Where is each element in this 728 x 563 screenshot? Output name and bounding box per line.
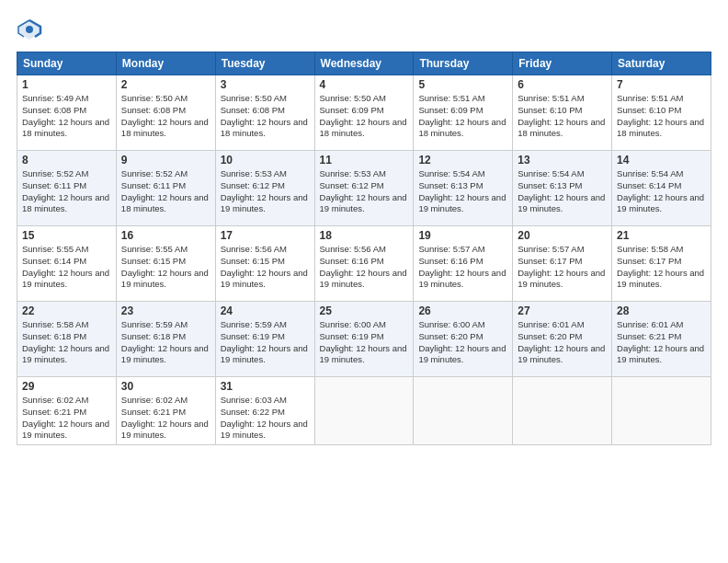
day-info: Sunrise: 5:59 AM Sunset: 6:19 PM Dayligh… xyxy=(221,319,310,366)
day-number: 13 xyxy=(518,154,607,167)
day-number: 11 xyxy=(320,154,409,167)
day-number: 15 xyxy=(22,229,111,242)
calendar-cell: 31 Sunrise: 6:03 AM Sunset: 6:22 PM Dayl… xyxy=(215,377,314,445)
calendar-table: SundayMondayTuesdayWednesdayThursdayFrid… xyxy=(17,52,711,445)
page: SundayMondayTuesdayWednesdayThursdayFrid… xyxy=(0,0,728,563)
day-number: 29 xyxy=(22,380,111,393)
day-number: 2 xyxy=(121,78,210,91)
day-info: Sunrise: 5:51 AM Sunset: 6:09 PM Dayligh… xyxy=(418,93,507,140)
calendar-cell: 29 Sunrise: 6:02 AM Sunset: 6:21 PM Dayl… xyxy=(17,377,117,445)
calendar-week-row: 15 Sunrise: 5:55 AM Sunset: 6:14 PM Dayl… xyxy=(17,226,711,302)
day-info: Sunrise: 5:53 AM Sunset: 6:12 PM Dayligh… xyxy=(221,168,310,215)
day-number: 8 xyxy=(22,154,111,167)
day-number: 16 xyxy=(121,229,210,242)
day-info: Sunrise: 5:56 AM Sunset: 6:15 PM Dayligh… xyxy=(221,244,310,291)
day-info: Sunrise: 5:52 AM Sunset: 6:11 PM Dayligh… xyxy=(22,168,111,215)
weekday-header-tuesday: Tuesday xyxy=(215,52,314,75)
calendar-cell xyxy=(513,377,612,445)
day-number: 27 xyxy=(518,304,607,317)
day-number: 20 xyxy=(518,229,607,242)
weekday-header-monday: Monday xyxy=(116,52,215,75)
day-number: 14 xyxy=(617,154,706,167)
day-info: Sunrise: 6:02 AM Sunset: 6:21 PM Dayligh… xyxy=(121,395,210,442)
day-info: Sunrise: 6:00 AM Sunset: 6:19 PM Dayligh… xyxy=(320,319,409,366)
weekday-header-friday: Friday xyxy=(513,52,612,75)
calendar-week-row: 1 Sunrise: 5:49 AM Sunset: 6:08 PM Dayli… xyxy=(17,75,711,151)
calendar-cell: 3 Sunrise: 5:50 AM Sunset: 6:08 PM Dayli… xyxy=(215,75,314,151)
weekday-header-thursday: Thursday xyxy=(414,52,513,75)
calendar-cell: 23 Sunrise: 5:59 AM Sunset: 6:18 PM Dayl… xyxy=(116,302,215,377)
day-number: 3 xyxy=(221,78,310,91)
calendar-cell: 30 Sunrise: 6:02 AM Sunset: 6:21 PM Dayl… xyxy=(116,377,215,445)
calendar-cell: 13 Sunrise: 5:54 AM Sunset: 6:13 PM Dayl… xyxy=(513,151,612,226)
calendar-cell: 18 Sunrise: 5:56 AM Sunset: 6:16 PM Dayl… xyxy=(314,226,414,302)
calendar-cell xyxy=(612,377,711,445)
calendar-cell: 6 Sunrise: 5:51 AM Sunset: 6:10 PM Dayli… xyxy=(513,75,612,151)
day-info: Sunrise: 6:00 AM Sunset: 6:20 PM Dayligh… xyxy=(418,319,507,366)
day-info: Sunrise: 5:54 AM Sunset: 6:13 PM Dayligh… xyxy=(518,168,607,215)
day-number: 28 xyxy=(617,304,706,317)
weekday-header-sunday: Sunday xyxy=(17,52,117,75)
weekday-header-wednesday: Wednesday xyxy=(314,52,414,75)
calendar-cell: 19 Sunrise: 5:57 AM Sunset: 6:16 PM Dayl… xyxy=(414,226,513,302)
day-number: 9 xyxy=(121,154,210,167)
day-number: 4 xyxy=(320,78,409,91)
day-number: 19 xyxy=(418,229,507,242)
weekday-header-row: SundayMondayTuesdayWednesdayThursdayFrid… xyxy=(17,52,711,75)
day-number: 12 xyxy=(418,154,507,167)
calendar-cell: 14 Sunrise: 5:54 AM Sunset: 6:14 PM Dayl… xyxy=(612,151,711,226)
day-info: Sunrise: 5:51 AM Sunset: 6:10 PM Dayligh… xyxy=(617,93,706,140)
day-info: Sunrise: 5:58 AM Sunset: 6:18 PM Dayligh… xyxy=(22,319,111,366)
day-info: Sunrise: 5:56 AM Sunset: 6:16 PM Dayligh… xyxy=(320,244,409,291)
calendar-cell: 9 Sunrise: 5:52 AM Sunset: 6:11 PM Dayli… xyxy=(116,151,215,226)
calendar-week-row: 29 Sunrise: 6:02 AM Sunset: 6:21 PM Dayl… xyxy=(17,377,711,445)
day-number: 22 xyxy=(22,304,111,317)
calendar-cell xyxy=(414,377,513,445)
day-number: 30 xyxy=(121,380,210,393)
calendar-cell: 12 Sunrise: 5:54 AM Sunset: 6:13 PM Dayl… xyxy=(414,151,513,226)
day-info: Sunrise: 5:54 AM Sunset: 6:14 PM Dayligh… xyxy=(617,168,706,215)
day-info: Sunrise: 6:02 AM Sunset: 6:21 PM Dayligh… xyxy=(22,395,111,442)
day-number: 24 xyxy=(221,304,310,317)
day-info: Sunrise: 5:53 AM Sunset: 6:12 PM Dayligh… xyxy=(320,168,409,215)
calendar-cell: 2 Sunrise: 5:50 AM Sunset: 6:08 PM Dayli… xyxy=(116,75,215,151)
calendar-cell: 4 Sunrise: 5:50 AM Sunset: 6:09 PM Dayli… xyxy=(314,75,414,151)
day-number: 10 xyxy=(221,154,310,167)
day-info: Sunrise: 5:54 AM Sunset: 6:13 PM Dayligh… xyxy=(418,168,507,215)
day-number: 7 xyxy=(617,78,706,91)
day-number: 25 xyxy=(320,304,409,317)
day-info: Sunrise: 5:51 AM Sunset: 6:10 PM Dayligh… xyxy=(518,93,607,140)
day-info: Sunrise: 5:55 AM Sunset: 6:14 PM Dayligh… xyxy=(22,244,111,291)
day-info: Sunrise: 6:01 AM Sunset: 6:20 PM Dayligh… xyxy=(518,319,607,366)
calendar-cell: 21 Sunrise: 5:58 AM Sunset: 6:17 PM Dayl… xyxy=(612,226,711,302)
day-info: Sunrise: 5:50 AM Sunset: 6:09 PM Dayligh… xyxy=(320,93,409,140)
header xyxy=(17,17,711,42)
calendar-cell: 28 Sunrise: 6:01 AM Sunset: 6:21 PM Dayl… xyxy=(612,302,711,377)
day-number: 26 xyxy=(418,304,507,317)
day-number: 1 xyxy=(22,78,111,91)
calendar-cell: 24 Sunrise: 5:59 AM Sunset: 6:19 PM Dayl… xyxy=(215,302,314,377)
calendar-cell: 7 Sunrise: 5:51 AM Sunset: 6:10 PM Dayli… xyxy=(612,75,711,151)
day-info: Sunrise: 5:50 AM Sunset: 6:08 PM Dayligh… xyxy=(221,93,310,140)
calendar-cell: 27 Sunrise: 6:01 AM Sunset: 6:20 PM Dayl… xyxy=(513,302,612,377)
calendar-week-row: 8 Sunrise: 5:52 AM Sunset: 6:11 PM Dayli… xyxy=(17,151,711,226)
calendar-cell: 25 Sunrise: 6:00 AM Sunset: 6:19 PM Dayl… xyxy=(314,302,414,377)
logo-icon xyxy=(17,17,42,42)
day-info: Sunrise: 6:01 AM Sunset: 6:21 PM Dayligh… xyxy=(617,319,706,366)
day-info: Sunrise: 5:57 AM Sunset: 6:16 PM Dayligh… xyxy=(418,244,507,291)
calendar-cell: 15 Sunrise: 5:55 AM Sunset: 6:14 PM Dayl… xyxy=(17,226,117,302)
day-number: 21 xyxy=(617,229,706,242)
calendar-cell xyxy=(314,377,414,445)
day-info: Sunrise: 5:49 AM Sunset: 6:08 PM Dayligh… xyxy=(22,93,111,140)
calendar-cell: 1 Sunrise: 5:49 AM Sunset: 6:08 PM Dayli… xyxy=(17,75,117,151)
weekday-header-saturday: Saturday xyxy=(612,52,711,75)
calendar-cell: 16 Sunrise: 5:55 AM Sunset: 6:15 PM Dayl… xyxy=(116,226,215,302)
calendar-cell: 8 Sunrise: 5:52 AM Sunset: 6:11 PM Dayli… xyxy=(17,151,117,226)
day-number: 17 xyxy=(221,229,310,242)
day-number: 23 xyxy=(121,304,210,317)
svg-point-1 xyxy=(26,26,33,33)
calendar-cell: 10 Sunrise: 5:53 AM Sunset: 6:12 PM Dayl… xyxy=(215,151,314,226)
day-number: 18 xyxy=(320,229,409,242)
day-number: 31 xyxy=(221,380,310,393)
calendar-cell: 11 Sunrise: 5:53 AM Sunset: 6:12 PM Dayl… xyxy=(314,151,414,226)
